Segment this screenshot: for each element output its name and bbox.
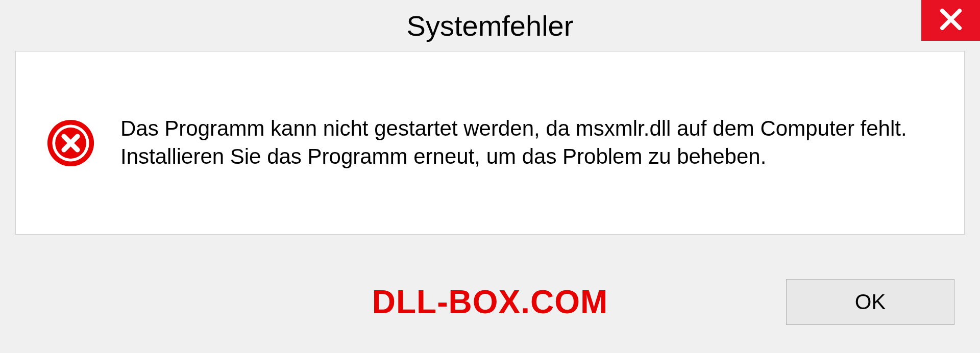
content-area: Das Programm kann nicht gestartet werden… (15, 51, 965, 235)
error-dialog: Systemfehler Das Programm kann nicht ges… (0, 0, 980, 353)
dialog-title: Systemfehler (407, 9, 574, 42)
ok-button[interactable]: OK (786, 279, 954, 325)
footer-area: DLL-BOX.COM OK (0, 251, 980, 353)
error-message: Das Programm kann nicht gestartet werden… (120, 115, 934, 170)
close-button[interactable] (921, 0, 980, 41)
error-icon (46, 119, 95, 167)
close-icon (938, 7, 964, 34)
watermark-text: DLL-BOX.COM (372, 283, 608, 321)
title-bar: Systemfehler (0, 0, 980, 51)
